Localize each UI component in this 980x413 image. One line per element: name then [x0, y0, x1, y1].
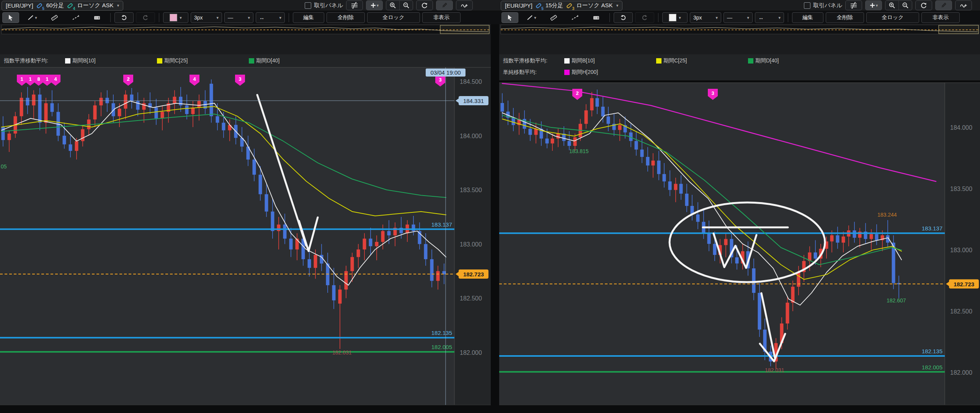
trend-tool-button[interactable]: [565, 13, 585, 23]
zoom-out-button[interactable]: [898, 1, 912, 10]
zoom-in-button[interactable]: [885, 1, 898, 10]
ruler-icon: [51, 14, 58, 21]
navigator-selection[interactable]: [440, 25, 489, 34]
candle-body: [222, 123, 225, 131]
line-style-dropdown[interactable]: —▾: [724, 12, 753, 23]
legend-item: 期間C[25]: [157, 57, 249, 64]
candle-body: [75, 141, 78, 151]
price-annotation: 182.031: [765, 367, 784, 373]
arrow-style-dropdown[interactable]: ↔▾: [256, 12, 285, 23]
hide-button[interactable]: 非表示: [422, 12, 461, 23]
cursor-icon: [7, 14, 14, 21]
line-tool-button[interactable]: ▾: [521, 13, 542, 23]
trend-tool-button[interactable]: [66, 13, 86, 23]
price-tick: 183.500: [460, 187, 482, 193]
timeframe-label: 60分足: [46, 2, 64, 9]
candle-body: [596, 98, 599, 106]
lock-all-button[interactable]: 全ロック: [367, 12, 420, 23]
candle-body: [155, 108, 158, 118]
indicator-panel-button[interactable]: [346, 0, 363, 10]
undo-button[interactable]: [614, 12, 633, 23]
candle-body: [271, 212, 274, 231]
candle-body: [363, 238, 366, 249]
ruler-tool-button[interactable]: [544, 13, 563, 23]
draw-mode-button[interactable]: [436, 0, 453, 10]
cursor-icon: [506, 14, 513, 21]
edit-button[interactable]: 編集: [293, 12, 324, 23]
chart-plot-area[interactable]: [0, 67, 454, 405]
candle-body: [277, 225, 281, 231]
color-picker-dropdown[interactable]: ▾: [662, 12, 688, 23]
timeframe-label: 15分足: [546, 2, 564, 9]
candle-body: [875, 234, 879, 240]
line-style-dropdown[interactable]: —▾: [224, 12, 253, 23]
refresh-button[interactable]: [915, 0, 932, 10]
candle-body: [601, 107, 605, 117]
zoom-out-button[interactable]: [399, 1, 413, 10]
chevron-down-icon: ▾: [216, 15, 219, 20]
candle-body: [590, 98, 594, 110]
candle-body: [546, 139, 549, 144]
trade-panel-checkbox[interactable]: [305, 2, 311, 9]
refresh-button[interactable]: [416, 0, 433, 10]
candle-body: [668, 181, 672, 190]
candle-body: [842, 237, 845, 243]
price-annotation: 05: [1, 163, 7, 170]
candle-body: [724, 239, 728, 245]
delete-all-button[interactable]: 全削除: [826, 12, 864, 23]
panel-lines-icon: [350, 2, 359, 9]
add-indicator-button[interactable]: [456, 0, 473, 10]
price-axis[interactable]: [945, 83, 980, 405]
add-chart-button[interactable]: ▾: [366, 0, 383, 10]
ruler-tool-button[interactable]: [45, 13, 64, 23]
chevron-down-icon: ▾: [616, 3, 619, 8]
draw-mode-button[interactable]: [935, 0, 952, 10]
edit-button[interactable]: 編集: [792, 12, 823, 23]
symbol-timeframe-dropdown[interactable]: [EUR/JPY] 5 15分足 3 ローソク ASK ▾: [501, 1, 622, 11]
candle-body: [357, 250, 360, 257]
lock-all-button[interactable]: 全ロック: [866, 12, 919, 23]
candle-body: [63, 136, 66, 145]
delete-all-button[interactable]: 全削除: [327, 12, 365, 23]
candle-body: [679, 184, 683, 194]
redo-button[interactable]: [136, 12, 155, 23]
label-tool-button[interactable]: [587, 13, 606, 23]
thickness-dropdown[interactable]: 3px▾: [191, 12, 222, 23]
cursor-tool-button[interactable]: [501, 12, 518, 23]
add-chart-button[interactable]: ▾: [865, 0, 882, 10]
candle-body: [210, 84, 213, 116]
zoom-in-button[interactable]: [386, 1, 399, 10]
candle-body: [758, 293, 761, 330]
candle-body: [351, 257, 354, 271]
cursor-tool-button[interactable]: [2, 12, 19, 23]
marker-number: 4: [54, 76, 57, 82]
legend-item: 期間D[40]: [748, 57, 840, 64]
add-indicator-button[interactable]: [955, 0, 972, 10]
arrow-style-dropdown[interactable]: ↔▾: [755, 12, 784, 23]
indicator-panel-button[interactable]: [845, 0, 862, 10]
candle-body: [663, 174, 666, 181]
undo-button[interactable]: [114, 12, 134, 23]
hide-button[interactable]: 非表示: [921, 12, 960, 23]
navigator-strip[interactable]: [2, 25, 489, 34]
link-icon: 4: [67, 2, 74, 9]
color-picker-dropdown[interactable]: ▾: [163, 12, 188, 23]
legend-swatch: [157, 58, 162, 64]
candle-body: [607, 116, 610, 124]
label-tool-button[interactable]: [88, 13, 106, 23]
price-level-label: 182.135: [922, 348, 942, 354]
candle-body: [512, 118, 515, 125]
link-icon: 5: [36, 2, 44, 9]
thickness-dropdown[interactable]: 3px▾: [690, 12, 721, 23]
line-tool-button[interactable]: ▾: [21, 13, 43, 23]
trade-panel-checkbox[interactable]: [804, 2, 810, 9]
legend-item: 期間H[200]: [564, 69, 656, 76]
marker-number: 3: [711, 90, 714, 96]
marker-number: 3: [439, 77, 441, 83]
legend-item: 期間B[10]: [564, 57, 656, 64]
candle-body: [136, 101, 140, 110]
redo-button[interactable]: [635, 12, 654, 23]
symbol-timeframe-dropdown[interactable]: [EUR/JPY] 5 60分足 4 ローソク ASK ▾: [2, 1, 123, 11]
marker-number: 8: [37, 76, 40, 82]
navigator-selection[interactable]: [939, 25, 978, 34]
